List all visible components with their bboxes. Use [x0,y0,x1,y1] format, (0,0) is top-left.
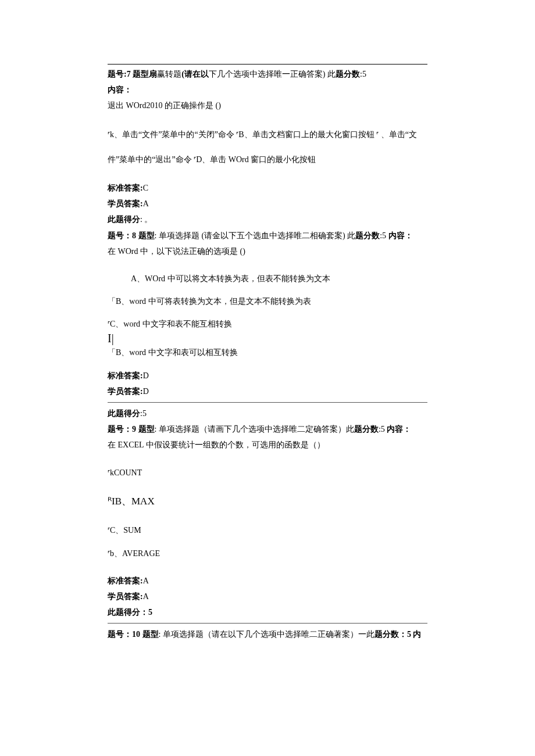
q7-score-val: :5 [360,70,366,78]
q8-stu-val: D [143,387,149,396]
q9-option-c: ʳC、SUM [108,523,427,538]
q9-content-text: 在 EXCEL 中假设要统计一组数的个数，可选用的函数是（） [108,438,427,452]
q8-stu-label: 学员答案: [108,387,143,396]
q8-num-label: 题号：8 题型 [108,231,155,240]
q8-option-b: 「B、word 中可将表转换为文本，但是文本不能转换为表 [108,294,427,309]
q9-standard-answer: 标准答案:A [108,574,427,588]
q8-option-d: 「B、word 中文字和表可以相互转换 [108,345,427,360]
q9-num-label: 题号：9 题型 [108,425,155,433]
q9-student-answer: 学员答案:A [108,589,427,604]
q7-pts-val: : 。 [140,215,152,224]
q8-ib-mark: I| [108,332,427,344]
q7-stu-label: 学员答案: [108,199,143,208]
q8-option-c: ʳC、word 中文字和表不能互相转换 [108,317,427,331]
q9-std-label: 标准答案: [108,576,143,585]
q7-content-label: 内容： [108,83,427,97]
q7-score-label: 题分数 [336,70,360,78]
q7-header-tail: 下几个选项中选择唯一正确答案) 此 [209,70,336,78]
q8-pts-val: :5 [140,409,147,418]
q7-options-line1: ʳk、单击“文件”菜单中的“关闭”命令 ʳB、单击文档窗口上的最大化窗口按钮 ʳ… [108,127,427,142]
q7-student-answer: 学员答案:A [108,196,427,211]
divider-q8 [108,402,427,403]
q8-content-text: 在 WOrd 中，以下说法正确的选项是 () [108,244,427,259]
q7-header-paren: (请在以 [181,70,209,78]
q9-stu-label: 学员答案: [108,592,143,601]
q9-std-val: A [143,576,149,585]
q9-score-label: 题分数 [354,425,379,433]
q7-header-mid: 赢转题 [157,70,181,78]
q8-content-label: 内容： [388,231,413,240]
q8-std-label: 标准答案: [108,371,143,380]
divider-top [108,64,427,65]
q9-score-mid: :5 [379,425,387,433]
q7-pts-label: 此题得分 [108,215,140,224]
q7-content-text: 退出 WOrd2010 的正确操作是 () [108,98,427,113]
q10-num-label: 题号：10 题型 [108,630,159,639]
q9-option-b: ᴿIB、MAX [108,493,427,511]
q8-student-answer: 学员答案:D [108,384,427,399]
q8-score-mid: :5 [380,231,388,240]
q7-points: 此题得分: 。 [108,212,427,227]
q8-header: 题号：8 题型: 单项选择题 (请金以下五个选血中选择唯二相确套案) 此题分数:… [108,228,427,243]
q9-header: 题号：9 题型: 单项选择题（请画下几个选项中选择唯二定确答案）此题分数:5 内… [108,422,427,436]
q9-option-a: ʳkCOUNT [108,465,427,480]
divider-q9 [108,623,427,624]
q7-std-label: 标准答案: [108,184,143,192]
q8-option-a: A、WOrd 中可以将文本转换为表，但表不能转换为文本 [108,271,427,286]
q10-header: 题号：10 题型: 单项选择题（请在以下几个选项中选择唯二正确著案）一此题分数：… [108,627,427,642]
q7-standard-answer: 标准答案:C [108,181,427,195]
q10-score-label: 题分数：5 内 [374,630,422,639]
q8-std-val: D [143,371,149,380]
q7-std-val: C [143,184,148,192]
q8-type: : 单项选择题 (请金以下五个选血中选择唯二相确套案) 此 [155,231,356,240]
q9-stu-val: A [143,592,149,601]
q8-points: 此题得分:5 [108,406,427,421]
q8-standard-answer: 标准答案:D [108,368,427,383]
q9-option-d: ʳb、AVERAGE [108,546,427,561]
q8-pts-label: 此题得分 [108,409,140,418]
q8-score-label: 题分数 [355,231,380,240]
q9-points: 此题得分：5 [108,605,427,619]
q7-header: 题号:7 题型扇赢转题(请在以下几个选项中选择唯一正确答案) 此题分数:5 [108,67,427,81]
q7-header-pre: 题号:7 题型扇 [108,70,157,78]
q10-type: : 单项选择题（请在以下几个选项中选择唯二正确著案）一此 [159,630,374,639]
q9-content-label: 内容： [387,425,411,433]
q7-options-line2: 件”菜单中的“退出”命令 ʳD、单击 WOrd 窗口的最小化按钮 [108,152,427,167]
q9-type: : 单项选择题（请画下几个选项中选择唯二定确答案）此 [155,425,354,433]
q7-stu-val: A [143,199,149,208]
document-page: 题号:7 题型扇赢转题(请在以下几个选项中选择唯一正确答案) 此题分数:5 内容… [0,0,535,756]
